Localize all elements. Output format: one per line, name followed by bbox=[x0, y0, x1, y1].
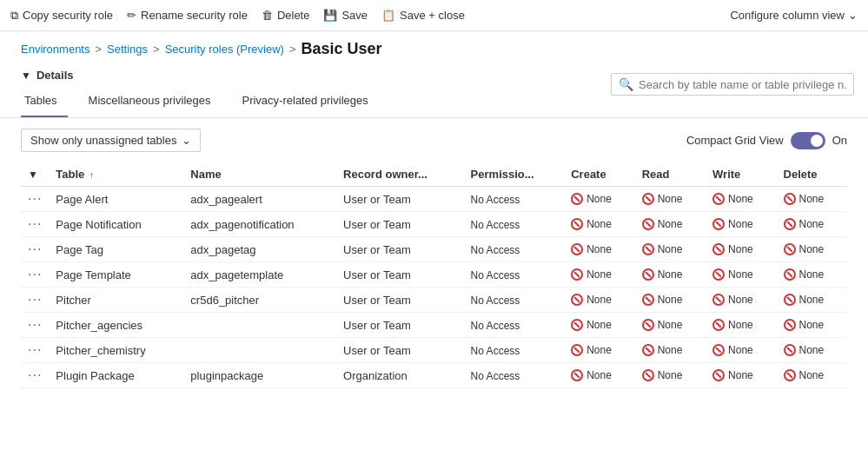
save-close-button[interactable]: 📋 Save + close bbox=[381, 9, 465, 22]
chevron-down-icon: ⌄ bbox=[848, 9, 858, 22]
cell-table: Page Alert bbox=[49, 187, 183, 212]
delete-icon: 🗑 bbox=[262, 9, 273, 22]
cell-write: None bbox=[706, 262, 776, 288]
ellipsis-cell[interactable]: ··· bbox=[21, 313, 49, 338]
row-menu-button[interactable]: ··· bbox=[28, 317, 42, 332]
cell-delete: None bbox=[777, 187, 847, 212]
cell-create: None bbox=[564, 262, 634, 288]
cell-write: None bbox=[706, 363, 776, 388]
cell-name: adx_pagetag bbox=[183, 237, 336, 262]
chevron-down-icon: ⌄ bbox=[182, 134, 191, 147]
cell-read: None bbox=[635, 338, 706, 363]
filter-dropdown[interactable]: Show only unassigned tables ⌄ bbox=[21, 129, 201, 152]
no-access-icon bbox=[784, 294, 796, 306]
details-label: Details bbox=[36, 69, 74, 82]
copy-icon: ⧉ bbox=[10, 9, 18, 23]
ellipsis-cell[interactable]: ··· bbox=[21, 363, 49, 388]
select-all-col: ▼ bbox=[21, 162, 49, 187]
configure-column-button[interactable]: Configure column view ⌄ bbox=[730, 9, 858, 22]
save-icon: 💾 bbox=[323, 9, 337, 22]
cell-write: None bbox=[706, 313, 776, 338]
chevron-down-icon: ▼ bbox=[21, 69, 31, 82]
row-menu-button[interactable]: ··· bbox=[28, 367, 42, 382]
col-write[interactable]: Write bbox=[706, 162, 776, 187]
breadcrumb-settings[interactable]: Settings bbox=[107, 43, 148, 56]
cell-delete: None bbox=[777, 212, 847, 237]
cell-read: None bbox=[635, 363, 706, 388]
breadcrumb-security-roles[interactable]: Security roles (Preview) bbox=[165, 43, 284, 56]
tab-tables[interactable]: Tables bbox=[21, 89, 68, 117]
search-bar[interactable]: 🔍 bbox=[611, 73, 854, 96]
cell-table: Page Notification bbox=[49, 212, 183, 237]
tab-misc[interactable]: Miscellaneous privileges bbox=[85, 89, 222, 117]
row-menu-button[interactable]: ··· bbox=[28, 267, 42, 281]
cell-name: adx_pagealert bbox=[183, 187, 336, 212]
search-input[interactable] bbox=[639, 78, 846, 91]
col-table[interactable]: Table ↑ bbox=[49, 162, 183, 187]
row-menu-button[interactable]: ··· bbox=[28, 191, 42, 206]
ellipsis-cell[interactable]: ··· bbox=[21, 338, 49, 363]
cell-delete: None bbox=[777, 313, 847, 338]
cell-table: Pitcher bbox=[49, 288, 183, 313]
delete-button[interactable]: 🗑 Delete bbox=[262, 9, 310, 22]
table-row: ··· Pitcher_chemistry User or Team No Ac… bbox=[21, 338, 847, 363]
cell-delete: None bbox=[777, 237, 847, 262]
table-row: ··· Page Alert adx_pagealert User or Tea… bbox=[21, 187, 847, 212]
breadcrumb-current: Basic User bbox=[301, 40, 382, 58]
cell-record-owner: User or Team bbox=[336, 288, 464, 313]
cell-read: None bbox=[635, 262, 706, 288]
ellipsis-cell[interactable]: ··· bbox=[21, 187, 49, 212]
ellipsis-cell[interactable]: ··· bbox=[21, 288, 49, 313]
no-access-icon bbox=[642, 218, 654, 230]
copy-role-button[interactable]: ⧉ Copy security role bbox=[10, 9, 113, 23]
col-create[interactable]: Create bbox=[564, 162, 634, 187]
table-row: ··· Pitcher_agencies User or Team No Acc… bbox=[21, 313, 847, 338]
cell-delete: None bbox=[777, 363, 847, 388]
row-menu-button[interactable]: ··· bbox=[28, 342, 42, 357]
cell-record-owner: User or Team bbox=[336, 212, 464, 237]
cell-permission: No Access bbox=[464, 288, 565, 313]
cell-write: None bbox=[706, 338, 776, 363]
col-permission[interactable]: Permissio... bbox=[464, 162, 565, 187]
breadcrumb-environments[interactable]: Environments bbox=[21, 43, 89, 56]
cell-create: None bbox=[564, 313, 634, 338]
toggle-on-label: On bbox=[832, 134, 847, 147]
col-delete[interactable]: Delete bbox=[777, 162, 847, 187]
collapse-icon[interactable]: ▼ bbox=[28, 169, 38, 181]
cell-name: cr5d6_pitcher bbox=[183, 288, 336, 313]
col-name[interactable]: Name bbox=[183, 162, 336, 187]
no-access-icon bbox=[571, 344, 583, 356]
ellipsis-cell[interactable]: ··· bbox=[21, 237, 49, 262]
cell-delete: None bbox=[777, 262, 847, 288]
row-menu-button[interactable]: ··· bbox=[28, 216, 42, 231]
cell-permission: No Access bbox=[464, 187, 565, 212]
rename-role-button[interactable]: ✏ Rename security role bbox=[127, 9, 248, 22]
compact-grid-switch[interactable] bbox=[791, 132, 825, 149]
no-access-icon bbox=[571, 243, 583, 255]
ellipsis-cell[interactable]: ··· bbox=[21, 212, 49, 237]
cell-record-owner: Organization bbox=[336, 363, 464, 388]
cell-read: None bbox=[635, 288, 706, 313]
table-row: ··· Pitcher cr5d6_pitcher User or Team N… bbox=[21, 288, 847, 313]
cell-table: Page Tag bbox=[49, 237, 183, 262]
no-access-icon bbox=[642, 294, 654, 306]
cell-write: None bbox=[706, 288, 776, 313]
cell-create: None bbox=[564, 288, 634, 313]
cell-permission: No Access bbox=[464, 363, 565, 388]
cell-create: None bbox=[564, 338, 634, 363]
cell-read: None bbox=[635, 212, 706, 237]
row-menu-button[interactable]: ··· bbox=[28, 292, 42, 307]
cell-record-owner: User or Team bbox=[336, 338, 464, 363]
ellipsis-cell[interactable]: ··· bbox=[21, 262, 49, 288]
col-record-owner[interactable]: Record owner... bbox=[336, 162, 464, 187]
sort-arrow-table: ↑ bbox=[89, 170, 94, 180]
row-menu-button[interactable]: ··· bbox=[28, 242, 42, 256]
no-access-icon bbox=[784, 268, 796, 281]
cell-record-owner: User or Team bbox=[336, 262, 464, 288]
cell-record-owner: User or Team bbox=[336, 187, 464, 212]
filter-label: Show only unassigned tables bbox=[30, 134, 176, 147]
col-read[interactable]: Read bbox=[635, 162, 706, 187]
no-access-icon bbox=[712, 319, 725, 331]
tab-privacy[interactable]: Privacy-related privileges bbox=[238, 89, 378, 117]
save-button[interactable]: 💾 Save bbox=[323, 9, 368, 22]
